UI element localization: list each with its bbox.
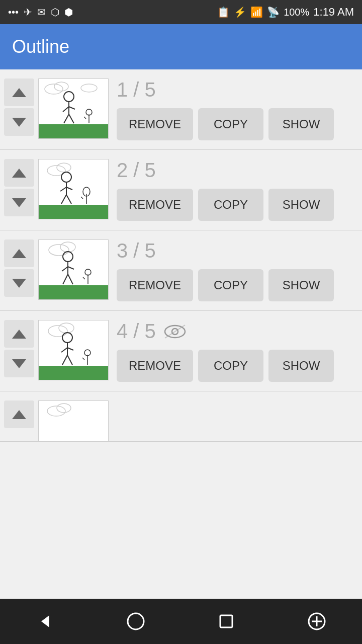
- svg-rect-61: [220, 615, 232, 627]
- slide-item-3: 3 / 5 REMOVE COPY SHOW: [0, 230, 362, 311]
- app-title: Outline: [12, 36, 69, 57]
- back-button[interactable]: [25, 601, 65, 641]
- svg-rect-27: [39, 240, 109, 285]
- nav-buttons-2: [4, 159, 34, 216]
- inbox-icon: ✉: [37, 6, 46, 18]
- remove-button-3[interactable]: REMOVE: [117, 269, 193, 301]
- status-right: 📋 ⚡ 📶 📡 100% 1:19 AM: [217, 6, 354, 19]
- slide-right-3: 3 / 5 REMOVE COPY SHOW: [113, 239, 354, 301]
- svg-rect-14: [39, 159, 109, 205]
- clipboard-icon: 📋: [217, 6, 230, 18]
- chevron-up-icon: [12, 330, 26, 339]
- up-button-2[interactable]: [4, 159, 34, 187]
- down-button-4[interactable]: [4, 350, 34, 377]
- svg-rect-4: [39, 124, 109, 139]
- remove-button-4[interactable]: REMOVE: [117, 350, 193, 382]
- battery-percent: 100%: [284, 7, 309, 18]
- svg-point-60: [128, 613, 144, 629]
- down-button-3[interactable]: [4, 269, 34, 297]
- slide-thumbnail-3: [38, 239, 109, 300]
- slide-list: 1 / 5 REMOVE COPY SHOW: [0, 69, 362, 599]
- status-bar: ••• ✈ ✉ ⬡ ⬢ 📋 ⚡ 📶 📡 100% 1:19 AM: [0, 0, 362, 24]
- chevron-up-icon: [12, 88, 26, 97]
- slide-thumbnail-2: [38, 159, 109, 219]
- nav-buttons-1: [4, 78, 34, 136]
- action-buttons-4: REMOVE COPY SHOW: [117, 350, 354, 382]
- eye-icon: [164, 320, 186, 343]
- bluetooth-icon: ⚡: [234, 6, 246, 18]
- up-button-3[interactable]: [4, 239, 34, 267]
- show-button-3[interactable]: SHOW: [268, 269, 334, 301]
- slide-item-5: [0, 391, 362, 442]
- slide-right-2: 2 / 5 REMOVE COPY SHOW: [113, 159, 354, 221]
- slide-right-4: 4 / 5 REMOVE COPY SHOW: [113, 320, 354, 382]
- chevron-up-icon: [12, 410, 26, 419]
- remove-button-1[interactable]: REMOVE: [117, 108, 193, 140]
- action-buttons-1: REMOVE COPY SHOW: [117, 108, 354, 140]
- svg-rect-17: [39, 205, 109, 219]
- chevron-up-icon: [12, 249, 26, 258]
- slide-label-2: 2 / 5: [117, 159, 354, 182]
- slide-item-1: 1 / 5 REMOVE COPY SHOW: [0, 69, 362, 150]
- nav-buttons-4: [4, 320, 34, 377]
- copy-button-4[interactable]: COPY: [198, 350, 263, 382]
- nav-buttons-5: [4, 400, 34, 428]
- action-buttons-3: REMOVE COPY SHOW: [117, 269, 354, 301]
- chevron-down-icon: [12, 198, 26, 207]
- svg-rect-30: [39, 285, 109, 300]
- slide-label-3: 3 / 5: [117, 239, 354, 262]
- app-icon-1: ⬡: [51, 6, 59, 18]
- copy-button-2[interactable]: COPY: [198, 189, 263, 221]
- up-button-5[interactable]: [4, 400, 34, 428]
- slide-thumbnail-4: [38, 320, 109, 380]
- slide-thumbnail-5: [38, 400, 109, 442]
- chevron-down-icon: [12, 279, 26, 288]
- recents-button[interactable]: [206, 601, 246, 641]
- slide-right-1: 1 / 5 REMOVE COPY SHOW: [113, 78, 354, 140]
- dots-icon: •••: [8, 7, 19, 18]
- show-button-1[interactable]: SHOW: [268, 108, 334, 140]
- show-button-4[interactable]: SHOW: [268, 350, 334, 382]
- down-button-1[interactable]: [4, 108, 34, 136]
- home-button[interactable]: [116, 601, 156, 641]
- copy-button-1[interactable]: COPY: [198, 108, 263, 140]
- signal-icon: 📶: [250, 6, 263, 18]
- up-button-1[interactable]: [4, 78, 34, 106]
- zoom-button[interactable]: [297, 601, 337, 641]
- app-icon-2: ⬢: [64, 6, 73, 18]
- remove-button-2[interactable]: REMOVE: [117, 189, 193, 221]
- slide-label-4: 4 / 5: [117, 320, 354, 343]
- bottom-nav: [0, 599, 362, 644]
- show-button-2[interactable]: SHOW: [268, 189, 334, 221]
- slide-item-2: 2 / 5 REMOVE COPY SHOW: [0, 150, 362, 230]
- svg-rect-43: [39, 366, 109, 380]
- status-left: ••• ✈ ✉ ⬡ ⬢: [8, 6, 73, 18]
- status-time: 1:19 AM: [313, 6, 354, 19]
- slide-item-4: 4 / 5 REMOVE COPY SHOW: [0, 311, 362, 391]
- svg-marker-59: [41, 615, 49, 627]
- action-buttons-2: REMOVE COPY SHOW: [117, 189, 354, 221]
- slide-thumbnail-1: [38, 78, 109, 139]
- chevron-up-icon: [12, 169, 26, 178]
- chevron-down-icon: [12, 359, 26, 368]
- down-button-2[interactable]: [4, 189, 34, 216]
- copy-button-3[interactable]: COPY: [198, 269, 263, 301]
- svg-rect-0: [39, 79, 109, 124]
- app-bar: Outline: [0, 24, 362, 69]
- send-icon: ✈: [24, 6, 32, 18]
- nav-buttons-3: [4, 239, 34, 297]
- chevron-down-icon: [12, 118, 26, 127]
- slide-label-1: 1 / 5: [117, 78, 354, 101]
- wifi-icon: 📡: [267, 6, 280, 18]
- svg-rect-56: [39, 401, 109, 442]
- up-button-4[interactable]: [4, 320, 34, 348]
